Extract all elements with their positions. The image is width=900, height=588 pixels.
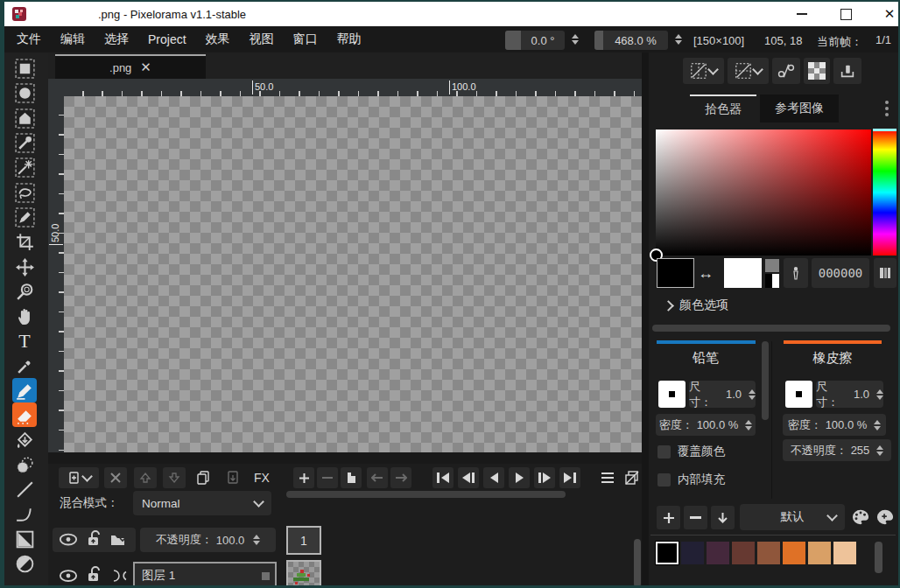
layer-lock-icon[interactable] bbox=[85, 529, 102, 549]
menu-effects[interactable]: 效果 bbox=[199, 28, 237, 51]
palette-swatch-0[interactable] bbox=[656, 542, 679, 564]
rotation-spinner[interactable] bbox=[572, 34, 579, 45]
file-tab[interactable]: .png ✕ bbox=[55, 54, 206, 79]
ink-button[interactable] bbox=[833, 58, 861, 84]
eraser-opacity-spinbox[interactable]: 不透明度： 255 bbox=[783, 439, 891, 461]
tab-close-icon[interactable]: ✕ bbox=[140, 60, 151, 75]
tab-reference-image[interactable]: 参考图像 bbox=[760, 94, 839, 122]
layer1-visibility-icon[interactable] bbox=[59, 569, 78, 583]
menu-file[interactable]: 文件 bbox=[10, 28, 48, 51]
mirror-y-button[interactable] bbox=[728, 58, 769, 84]
bucket-tool[interactable] bbox=[12, 428, 37, 452]
canvas[interactable] bbox=[64, 96, 642, 452]
palette-swatch-7[interactable] bbox=[833, 542, 856, 564]
add-swatch-button[interactable] bbox=[657, 506, 680, 529]
eraser-tool[interactable] bbox=[12, 402, 37, 427]
rectangle-tool[interactable] bbox=[12, 527, 37, 551]
rotation-slider[interactable]: 0.0 ° bbox=[505, 31, 565, 50]
clone-frame-button[interactable] bbox=[341, 467, 362, 488]
palette-swatch-5[interactable] bbox=[783, 542, 805, 564]
curve-tool[interactable] bbox=[12, 502, 37, 527]
palette-swatch-4[interactable] bbox=[757, 542, 780, 564]
pan-tool[interactable] bbox=[12, 304, 37, 328]
sort-palette-button[interactable] bbox=[711, 506, 735, 529]
screen-color-picker-button[interactable] bbox=[784, 258, 808, 288]
pencil-brush-button[interactable] bbox=[658, 381, 686, 408]
timeline-h-scrollbar[interactable] bbox=[286, 491, 566, 498]
transparency-button[interactable] bbox=[804, 58, 830, 84]
color-mode-button[interactable] bbox=[874, 258, 896, 288]
zoom-spinner[interactable] bbox=[675, 34, 682, 45]
move-frame-right-button[interactable] bbox=[390, 467, 411, 488]
move-tool[interactable] bbox=[12, 255, 37, 279]
menu-project[interactable]: Project bbox=[141, 29, 193, 50]
eraser-density-spinbox[interactable]: 密度： 100.0 % bbox=[783, 414, 886, 436]
ellipse-select-tool[interactable] bbox=[12, 80, 37, 105]
mirror-x-button[interactable] bbox=[683, 58, 724, 84]
crop-tool[interactable] bbox=[12, 229, 37, 254]
new-palette-button[interactable] bbox=[873, 504, 897, 530]
palette-swatch-3[interactable] bbox=[732, 542, 755, 564]
move-layer-up-button[interactable] bbox=[134, 467, 157, 488]
color-options-expander[interactable]: 颜色选项 bbox=[664, 298, 728, 313]
close-button[interactable]: ✕ bbox=[869, 2, 900, 26]
left-color-swatch[interactable] bbox=[657, 258, 694, 288]
menu-view[interactable]: 视图 bbox=[243, 28, 281, 51]
merge-layer-button[interactable] bbox=[221, 467, 245, 488]
tab-color-picker[interactable]: 拾色器 bbox=[690, 94, 756, 122]
gray-preset-swatch[interactable] bbox=[765, 259, 779, 272]
menu-edit[interactable]: 编辑 bbox=[53, 28, 92, 51]
dynamics-button[interactable] bbox=[772, 58, 800, 84]
layer-visibility-icon[interactable] bbox=[59, 532, 78, 547]
timeline-v-scrollbar[interactable] bbox=[634, 539, 641, 587]
shading-tool[interactable] bbox=[12, 452, 37, 477]
pencil-overwrite-checkbox[interactable]: 覆盖颜色 bbox=[657, 444, 725, 459]
layer-drag-handle[interactable] bbox=[262, 572, 270, 580]
pencil-size-spinbox[interactable]: 尺寸： 1.0 bbox=[689, 381, 756, 408]
layer1-link-cels-icon[interactable] bbox=[109, 570, 130, 582]
add-frame-button[interactable] bbox=[293, 467, 314, 488]
go-first-frame-button[interactable] bbox=[432, 467, 454, 488]
hue-slider[interactable] bbox=[873, 130, 896, 256]
palette-swatch-6[interactable] bbox=[808, 542, 831, 564]
layer-name-field[interactable]: 图层 1 bbox=[133, 562, 277, 588]
palette-v-scrollbar[interactable] bbox=[875, 542, 882, 573]
cel-thumbnail[interactable] bbox=[286, 560, 321, 588]
pencil-density-spinbox[interactable]: 密度： 100.0 % bbox=[656, 414, 756, 436]
layer-options-icon[interactable] bbox=[109, 531, 129, 547]
pencil-tool[interactable] bbox=[12, 378, 37, 402]
eraser-brush-button[interactable] bbox=[785, 381, 812, 408]
maximize-button[interactable] bbox=[826, 2, 866, 26]
right-color-swatch[interactable] bbox=[724, 258, 762, 288]
layer1-lock-icon[interactable] bbox=[85, 565, 102, 584]
blend-mode-dropdown[interactable]: Normal bbox=[133, 491, 271, 515]
add-layer-button[interactable] bbox=[59, 467, 99, 488]
hue-cursor[interactable] bbox=[873, 129, 896, 131]
timeline-settings-button[interactable] bbox=[596, 467, 619, 488]
polygon-select-tool[interactable] bbox=[12, 106, 37, 130]
onion-skinning-button[interactable] bbox=[621, 467, 643, 488]
palette-dropdown[interactable]: 默认 bbox=[740, 504, 845, 530]
menu-select[interactable]: 选择 bbox=[97, 28, 136, 51]
move-frame-left-button[interactable] bbox=[367, 467, 388, 488]
line-tool[interactable] bbox=[12, 477, 37, 501]
clone-layer-button[interactable] bbox=[191, 467, 215, 488]
frame-header-1[interactable]: 1 bbox=[286, 526, 321, 555]
remove-frame-button[interactable] bbox=[317, 467, 338, 488]
minimize-button[interactable] bbox=[782, 2, 822, 26]
black-white-preset-swatch[interactable] bbox=[765, 274, 779, 288]
lasso-select-tool[interactable] bbox=[12, 180, 37, 205]
swap-colors-icon[interactable]: ↔ bbox=[698, 264, 714, 283]
menu-window[interactable]: 窗口 bbox=[286, 28, 325, 51]
color-panel-h-scrollbar[interactable] bbox=[652, 325, 890, 332]
palette-swatch-1[interactable] bbox=[681, 542, 704, 564]
zoom-tool[interactable] bbox=[12, 279, 37, 304]
paint-select-tool[interactable] bbox=[12, 205, 37, 229]
rectangle-select-tool[interactable] bbox=[12, 56, 37, 80]
hex-color-field[interactable]: 000000 bbox=[812, 258, 869, 288]
panel-menu-icon[interactable] bbox=[885, 98, 889, 119]
color-select-tool[interactable] bbox=[12, 130, 37, 155]
layer-opacity-spinbox[interactable]: 不透明度： 100.0 bbox=[140, 528, 276, 552]
layer-fx-button[interactable]: FX bbox=[249, 467, 275, 488]
magic-wand-tool[interactable] bbox=[12, 155, 37, 179]
